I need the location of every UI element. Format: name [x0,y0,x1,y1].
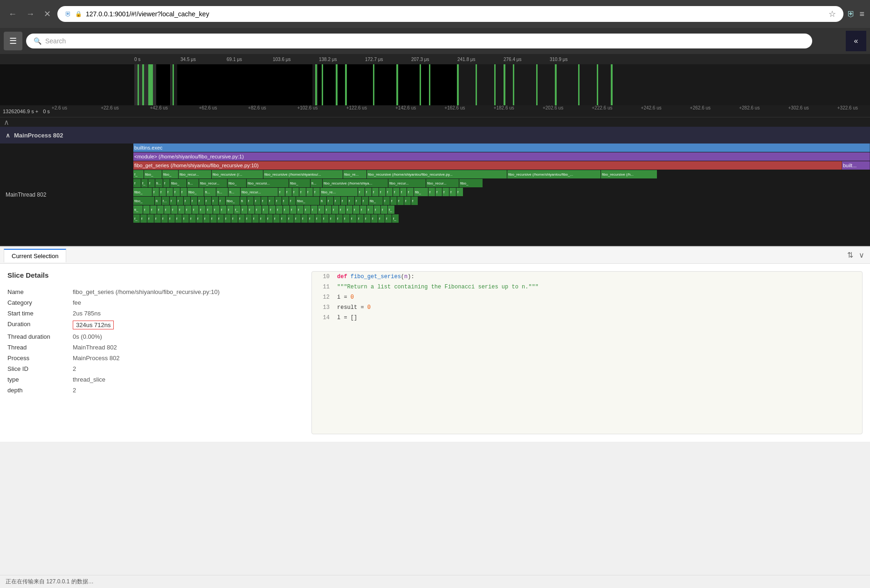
fibo-block[interactable]: f [241,205,248,214]
fibo-block[interactable]: f [360,205,366,214]
fibo-block[interactable]: fi... [155,179,163,187]
fibo-block[interactable]: fibo_recursive (/... [212,170,263,178]
fibo-block[interactable]: fi... [311,179,322,187]
fibo-block[interactable]: f [301,214,308,223]
fibo-block[interactable]: fibo_recursive (/home/shiyanlou/fibo_rec… [367,170,507,178]
fibo-block[interactable]: fibo_recursive (/home/shiyanlou/fibo_... [507,170,601,178]
fibo-block[interactable]: f [262,205,269,214]
fibo-block[interactable]: fibo_recur... [179,170,211,178]
fibo-block[interactable]: f [217,214,224,223]
fibo-block[interactable]: fi [320,197,326,205]
fibo-block[interactable]: f [346,205,352,214]
sort-button[interactable]: ⇅ [845,249,855,261]
browser-menu-button[interactable]: ≡ [859,9,864,19]
fibo-block[interactable]: fibo_ [226,197,240,205]
fibo-block[interactable]: f [255,205,262,214]
fibo-block[interactable]: f [313,188,320,196]
fibo-block[interactable]: fibo_re... [343,170,366,178]
fibo-block[interactable]: fibo_ [133,188,152,196]
fibo-block[interactable]: f [143,205,150,214]
fibo-block[interactable]: f_ [392,214,399,223]
collapse-row[interactable]: ∧ [0,117,870,127]
fibo-block[interactable]: f_ [388,205,394,214]
fibo-block[interactable]: f [254,197,261,205]
fibo-block[interactable]: f [276,205,283,214]
fibo-block[interactable]: f [178,205,185,214]
fibo-block[interactable]: f [365,188,372,196]
fibo-block[interactable]: f [203,214,210,223]
fibo-block[interactable]: f [182,214,189,223]
fibo-block[interactable]: f [259,214,266,223]
fibo-block[interactable]: f [308,214,315,223]
fibo-block[interactable]: f [261,197,268,205]
fibo-block[interactable]: f [362,197,368,205]
fibo-block[interactable]: f [213,205,220,214]
fibo-block[interactable]: fi... [228,188,240,196]
fibo-block[interactable]: fibo_re... [320,188,358,196]
fibo-block[interactable]: f [353,205,359,214]
fibo-block[interactable]: f [275,197,282,205]
fibo-block[interactable]: f [318,205,325,214]
flame-block-builtins-exec[interactable]: builtins.exec [133,144,870,152]
fibo-block[interactable]: f [189,214,196,223]
fibo-block[interactable]: fibo_recur... [388,179,426,187]
fibo-block[interactable]: f [248,205,255,214]
fibo-block[interactable]: f [311,205,318,214]
timeline-overview-canvas[interactable] [0,64,870,105]
fibo-block[interactable]: f [164,205,171,214]
fibo-block[interactable]: f [140,214,147,223]
fibo-block[interactable]: f [224,214,231,223]
back-button[interactable]: ← [6,7,20,21]
fibo-block[interactable]: f [148,179,155,187]
fibo-block[interactable]: f [397,197,404,205]
fibo-block[interactable]: f [358,188,365,196]
fibo-block[interactable]: fib_ [369,197,383,205]
fibo-block[interactable]: fibo_recur... [426,179,459,187]
fibo-block[interactable]: f [205,197,211,205]
fibo-block[interactable]: f [185,205,192,214]
fibo-block[interactable]: f [282,197,289,205]
fibo-block[interactable]: f... [162,197,169,205]
fibo-block[interactable]: f [180,188,187,196]
fibo-block[interactable]: f [177,197,183,205]
fibo-block[interactable]: f [278,188,285,196]
fibo-block[interactable]: f [336,214,343,223]
fibo-block[interactable]: f [355,197,361,205]
fibo-block[interactable]: f [442,188,449,196]
fibo-block[interactable]: f [381,205,387,214]
fibo-block[interactable]: f [245,214,252,223]
forward-button[interactable]: → [23,7,37,21]
fibo-block[interactable]: f [385,214,392,223]
fibo-block[interactable]: fibo_ [296,197,319,205]
fibo-block[interactable]: f [299,188,306,196]
fibo-block[interactable]: fibo_ [170,179,186,187]
fibo-block[interactable]: f [386,188,393,196]
flame-block-built[interactable]: built... [842,161,870,170]
fibo-block[interactable]: f [268,197,275,205]
fibo-block[interactable]: f [322,214,329,223]
fibo-block[interactable]: f [212,197,218,205]
fibo-block[interactable]: f [334,197,340,205]
fibo-block[interactable]: fibo_ [144,170,162,178]
fibo-block[interactable]: fi... [216,188,228,196]
fibo-block[interactable]: fibo_recur... [199,179,227,187]
fibo-block[interactable]: f [220,205,227,214]
fibo-block[interactable]: fibo_recursive (/home/shiyanlou/... [263,170,343,178]
fibo-block[interactable]: f [161,214,168,223]
fibo-block[interactable]: f [266,214,273,223]
flamegraph-right[interactable]: builtins.exec <module> (/home/shiyanlou/… [133,144,870,246]
fibo-block[interactable]: f [196,214,203,223]
current-selection-tab[interactable]: Current Selection [4,249,66,262]
fibo-block[interactable]: f [289,197,296,205]
fibo-block[interactable]: f [332,205,338,214]
fibo-block[interactable]: f [175,214,182,223]
fibo-block[interactable]: f [210,214,217,223]
fibo-block[interactable]: fibo_recursive (/h... [601,170,657,178]
fibo-block[interactable]: f [287,214,294,223]
fibo-block[interactable]: f [133,179,141,187]
fibo-block[interactable]: f [184,197,190,205]
fibo-block[interactable]: f [435,188,442,196]
fibo-block[interactable]: f [280,214,287,223]
fibo-block[interactable]: f [290,205,297,214]
fibo-block[interactable]: fibo_ [289,179,310,187]
